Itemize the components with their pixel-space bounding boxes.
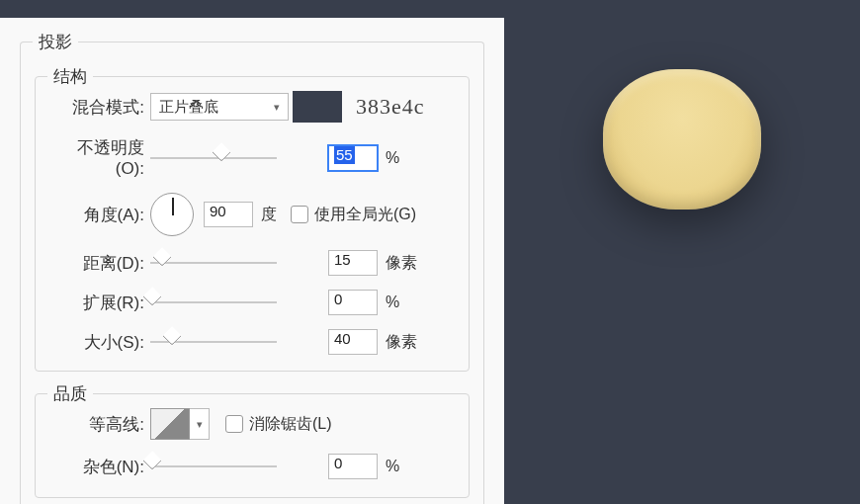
blend-mode-label: 混合模式: <box>49 96 150 119</box>
angle-dial[interactable] <box>150 193 194 236</box>
noise-unit: % <box>386 458 399 475</box>
opacity-input[interactable]: 55 <box>328 145 378 171</box>
antialias-checkbox[interactable] <box>225 415 243 433</box>
global-light-label: 使用全局光(G) <box>314 205 416 225</box>
opacity-row: 不透明度(O): 55 % <box>49 136 455 179</box>
drop-shadow-title: 投影 <box>33 31 78 53</box>
global-light-checkbox[interactable] <box>291 206 308 223</box>
noise-row: 杂色(N): 0 % <box>49 454 455 479</box>
contour-row: 等高线: ▾ 消除锯齿(L) <box>49 408 455 440</box>
contour-label: 等高线: <box>49 413 150 436</box>
size-label: 大小(S): <box>49 331 150 354</box>
canvas-preview <box>504 0 860 504</box>
spread-row: 扩展(R): 0 % <box>49 290 455 315</box>
distance-slider[interactable] <box>150 253 277 273</box>
structure-title: 结构 <box>47 65 93 88</box>
size-slider[interactable] <box>150 332 277 352</box>
distance-unit: 像素 <box>386 253 417 274</box>
angle-unit: 度 <box>261 205 277 225</box>
noise-label: 杂色(N): <box>49 456 150 478</box>
noise-input[interactable]: 0 <box>328 454 378 479</box>
layer-style-panel: 投影 结构 混合模式: 正片叠底 ▾ 383e4c 不透明度(O): <box>0 0 504 504</box>
opacity-slider[interactable] <box>150 148 277 168</box>
opacity-label: 不透明度(O): <box>49 136 150 179</box>
size-row: 大小(S): 40 像素 <box>49 329 455 355</box>
drop-shadow-fieldset: 投影 结构 混合模式: 正片叠底 ▾ 383e4c 不透明度(O): <box>20 42 484 504</box>
distance-label: 距离(D): <box>49 252 150 275</box>
chevron-down-icon: ▾ <box>197 418 203 431</box>
shadow-color-swatch[interactable] <box>293 91 342 123</box>
angle-label: 角度(A): <box>49 204 150 226</box>
quality-fieldset: 品质 等高线: ▾ 消除锯齿(L) 杂色(N): 0 % <box>35 393 470 498</box>
opacity-unit: % <box>386 149 399 167</box>
preview-shape <box>603 69 761 210</box>
size-unit: 像素 <box>386 332 417 353</box>
structure-fieldset: 结构 混合模式: 正片叠底 ▾ 383e4c 不透明度(O): 55 <box>35 76 470 372</box>
blend-mode-value: 正片叠底 <box>159 98 218 117</box>
spread-slider[interactable] <box>150 293 277 312</box>
blend-mode-row: 混合模式: 正片叠底 ▾ 383e4c <box>49 91 455 123</box>
color-hex-annotation: 383e4c <box>356 94 425 120</box>
distance-input[interactable]: 15 <box>328 250 378 276</box>
chevron-down-icon: ▾ <box>274 101 280 114</box>
noise-slider[interactable] <box>150 457 277 476</box>
spread-unit: % <box>386 294 399 311</box>
contour-swatch[interactable] <box>150 408 190 440</box>
contour-dropdown[interactable]: ▾ <box>190 408 210 440</box>
angle-input[interactable]: 90 <box>204 202 253 227</box>
antialias-label: 消除锯齿(L) <box>249 414 332 435</box>
spread-input[interactable]: 0 <box>328 290 378 315</box>
spread-label: 扩展(R): <box>49 292 150 314</box>
angle-row: 角度(A): 90 度 使用全局光(G) <box>49 193 455 236</box>
blend-mode-select[interactable]: 正片叠底 ▾ <box>150 93 289 121</box>
titlebar <box>0 0 504 18</box>
quality-title: 品质 <box>47 382 93 405</box>
size-input[interactable]: 40 <box>328 329 378 355</box>
distance-row: 距离(D): 15 像素 <box>49 250 455 276</box>
